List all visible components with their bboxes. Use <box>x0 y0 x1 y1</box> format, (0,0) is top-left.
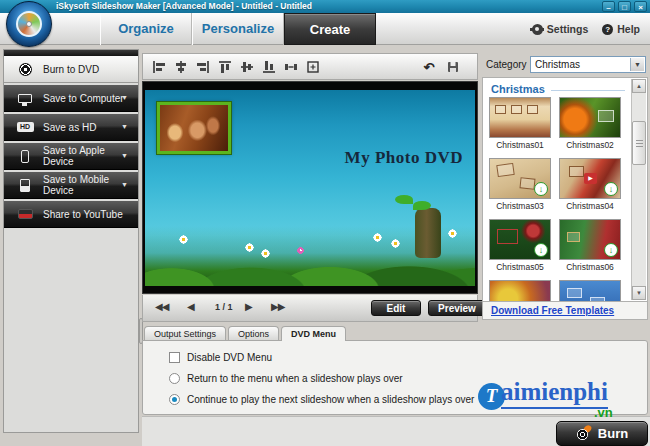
last-page-button[interactable]: ▶▶ <box>271 301 284 312</box>
help-button[interactable]: ? Help <box>602 23 640 35</box>
main-tab-bar: Organize Personalize Create Settings ? H… <box>0 13 650 45</box>
continue-play-radio[interactable] <box>169 394 180 405</box>
menu-scene: My Photo DVD <box>145 90 475 286</box>
taimienphi-watermark: T aimienphi .vn <box>478 374 648 418</box>
download-free-templates-link[interactable]: Download Free Templates <box>491 305 614 316</box>
template-footer: Download Free Templates <box>482 302 648 320</box>
settings-button[interactable]: Settings <box>532 23 588 35</box>
category-label: Category <box>486 59 527 70</box>
app-logo <box>6 1 52 47</box>
return-to-menu-radio[interactable] <box>169 373 180 384</box>
template-scrollbar[interactable]: ▲ ▼ <box>631 79 646 300</box>
bottom-bar: Burn <box>142 416 650 446</box>
template-list: Christmas Christmas01 Christmas02 ↓ Chri… <box>482 77 648 302</box>
first-page-button[interactable]: ◀◀ <box>155 301 168 312</box>
align-left-icon[interactable] <box>149 57 169 77</box>
chevron-down-icon[interactable]: ▼ <box>121 181 128 188</box>
template-item-christmas02[interactable]: Christmas02 <box>559 97 621 150</box>
template-section-title: Christmas <box>491 83 545 95</box>
scrollbar-thumb[interactable] <box>632 121 646 165</box>
template-item-christmas05[interactable]: ↓ Christmas05 <box>489 219 551 272</box>
align-center-horizontal-icon[interactable] <box>171 57 191 77</box>
align-right-icon[interactable] <box>193 57 213 77</box>
apple-device-icon <box>16 148 34 164</box>
tab-dvd-menu[interactable]: DVD Menu <box>281 326 346 341</box>
chevron-down-icon[interactable]: ▼ <box>121 123 128 130</box>
download-badge-icon: ↓ <box>604 243 618 257</box>
align-bottom-icon[interactable] <box>259 57 279 77</box>
edit-button[interactable]: Edit <box>371 300 421 316</box>
tree-stump <box>415 208 441 258</box>
play-icon: ▶ <box>584 173 597 184</box>
maximize-button[interactable]: □ <box>618 1 631 12</box>
title-bar: iSkysoft Slideshow Maker [Advanced Mode]… <box>0 0 650 13</box>
download-badge-icon: ↓ <box>534 243 548 257</box>
tab-create[interactable]: Create <box>284 13 376 45</box>
download-badge-icon: ↓ <box>534 182 548 196</box>
close-button[interactable]: × <box>634 1 647 12</box>
sidebar-item-save-to-computer[interactable]: Save to Computer ▼ <box>4 85 138 112</box>
burn-disc-icon <box>576 426 591 441</box>
template-item-christmas06[interactable]: ↓ Christmas06 <box>559 219 621 272</box>
tab-options[interactable]: Options <box>228 326 279 340</box>
disc-icon <box>16 61 34 77</box>
tab-organize[interactable]: Organize <box>100 13 192 45</box>
undo-icon[interactable]: ↶ <box>419 57 439 77</box>
distribute-horizontal-icon[interactable] <box>281 57 301 77</box>
sidebar-item-save-to-apple-device[interactable]: Save to Apple Device ▼ <box>4 143 138 170</box>
dvd-menu-preview[interactable]: My Photo DVD <box>142 81 478 294</box>
download-badge-icon: ↓ <box>604 182 618 196</box>
alignment-toolbar: ↶ <box>142 53 478 80</box>
playback-bar: ◀◀ ◀ 1 / 1 ▶ ▶▶ Edit Preview <box>142 295 478 322</box>
chevron-down-icon[interactable]: ▼ <box>121 94 128 101</box>
select-arrow-icon[interactable]: ▼ <box>630 58 644 71</box>
youtube-icon <box>16 206 34 222</box>
sidebar-item-save-as-hd[interactable]: HD Save as HD ▼ <box>4 114 138 141</box>
slideshow-thumbnail[interactable] <box>157 102 231 154</box>
window-title: iSkysoft Slideshow Maker [Advanced Mode]… <box>56 0 312 13</box>
page-indicator: 1 / 1 <box>215 302 233 312</box>
template-item[interactable] <box>489 280 551 302</box>
tab-output-settings[interactable]: Output Settings <box>144 326 226 340</box>
template-item-christmas01[interactable]: Christmas01 <box>489 97 551 150</box>
match-size-icon[interactable] <box>303 57 323 77</box>
sidebar: Burn to DVD Save to Computer ▼ HD Save a… <box>3 49 139 433</box>
scroll-up-icon[interactable]: ▲ <box>632 79 646 93</box>
continue-play-label: Continue to play the next slideshow when… <box>187 394 474 405</box>
tab-personalize[interactable]: Personalize <box>192 13 284 45</box>
template-item-christmas04[interactable]: ▶ ↓ Christmas04 <box>559 158 621 211</box>
category-select[interactable]: Christmas ▼ <box>530 56 646 73</box>
hd-icon: HD <box>16 119 34 135</box>
disable-dvd-menu-checkbox[interactable] <box>169 352 180 363</box>
disable-dvd-menu-label: Disable DVD Menu <box>187 352 272 363</box>
template-item-christmas03[interactable]: ↓ Christmas03 <box>489 158 551 211</box>
sidebar-item-burn-to-dvd[interactable]: Burn to DVD <box>4 56 138 83</box>
sidebar-item-save-to-mobile-device[interactable]: Save to Mobile Device ▼ <box>4 172 138 199</box>
sidebar-item-share-to-youtube[interactable]: Share to YouTube <box>4 201 138 228</box>
menu-title-text[interactable]: My Photo DVD <box>345 148 463 168</box>
computer-icon <box>16 90 34 106</box>
prev-page-button[interactable]: ◀ <box>187 301 194 312</box>
align-top-icon[interactable] <box>215 57 235 77</box>
help-icon: ? <box>602 24 613 35</box>
next-page-button[interactable]: ▶ <box>245 301 252 312</box>
return-to-menu-label: Return to the menu when a slideshow play… <box>187 373 403 384</box>
preview-button[interactable]: Preview <box>428 300 486 316</box>
scroll-down-icon[interactable]: ▼ <box>632 286 646 300</box>
mobile-device-icon <box>16 177 34 193</box>
save-icon[interactable] <box>443 57 463 77</box>
minimize-button[interactable]: – <box>602 1 615 12</box>
chevron-down-icon[interactable]: ▼ <box>121 152 128 159</box>
burn-button[interactable]: Burn <box>556 421 648 446</box>
gear-icon <box>532 24 543 35</box>
template-item[interactable] <box>559 280 621 302</box>
align-middle-vertical-icon[interactable] <box>237 57 257 77</box>
output-settings-tabs: Output Settings Options DVD Menu <box>144 326 348 341</box>
